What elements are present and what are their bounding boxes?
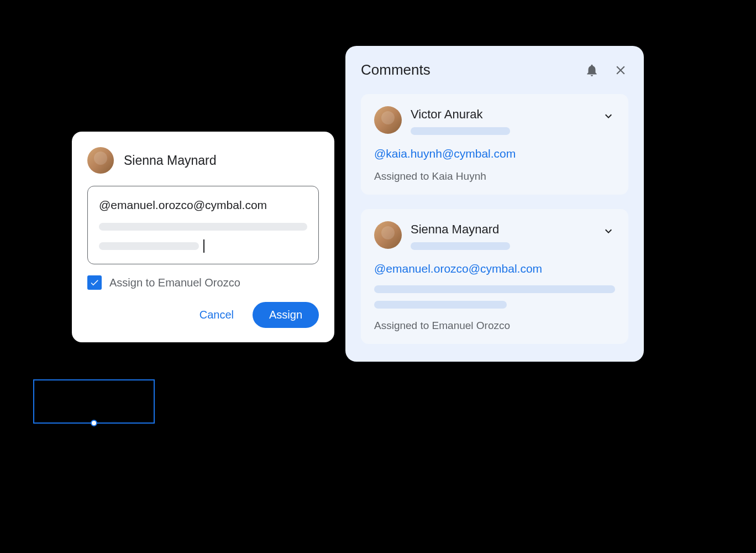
assign-checkbox-label: Assign to Emanuel Orozco [109,276,240,289]
check-icon [90,278,99,288]
assign-checkbox[interactable] [87,275,102,290]
comments-header: Comments [361,61,628,79]
placeholder-line [99,242,199,250]
compose-comment-card: Sienna Maynard @emanuel.orozco@cymbal.co… [72,132,334,342]
comments-panel: Comments Victor Anurak @kaia.huynh@cymba… [345,46,644,362]
compose-author-name: Sienna Maynard [124,153,217,168]
bell-icon [585,63,599,77]
placeholder-line [99,223,307,231]
mention-link[interactable]: @emanuel.orozco@cymbal.com [374,262,615,275]
placeholder-line [374,301,507,309]
expand-button[interactable] [602,109,615,123]
assign-button[interactable]: Assign [253,302,319,328]
expand-button[interactable] [602,225,615,238]
placeholder-line [411,127,510,135]
comments-title: Comments [361,61,571,79]
chevron-down-icon [602,225,615,238]
text-cursor [203,239,204,253]
comment-author-name: Victor Anurak [411,107,593,122]
comment-header: Victor Anurak [374,106,615,135]
comment-meta: Sienna Maynard [411,221,593,250]
placeholder-line [374,285,615,293]
mention-link[interactable]: @kaia.huynh@cymbal.com [374,147,615,160]
avatar [87,147,114,174]
notifications-button[interactable] [584,62,600,78]
chevron-down-icon [602,109,615,123]
close-button[interactable] [613,62,628,78]
avatar [374,106,402,134]
button-row: Cancel Assign [87,302,319,328]
comment-card[interactable]: Sienna Maynard @emanuel.orozco@cymbal.co… [361,209,628,344]
compose-header: Sienna Maynard [87,147,319,174]
close-icon [613,63,628,77]
placeholder-line [411,242,510,250]
comment-input[interactable]: @emanuel.orozco@cymbal.com [87,186,319,264]
cancel-button[interactable]: Cancel [193,304,240,326]
assign-checkbox-row[interactable]: Assign to Emanuel Orozco [87,275,319,290]
comment-card[interactable]: Victor Anurak @kaia.huynh@cymbal.com Ass… [361,94,628,195]
comment-meta: Victor Anurak [411,106,593,135]
comment-header: Sienna Maynard [374,221,615,250]
mention-text: @emanuel.orozco@cymbal.com [99,199,307,212]
comment-author-name: Sienna Maynard [411,222,593,237]
selection-rectangle [33,379,155,424]
assigned-to-text: Assigned to Kaia Huynh [374,170,615,182]
avatar [374,221,402,249]
selection-handle[interactable] [91,420,97,426]
assigned-to-text: Assigned to Emanuel Orozco [374,320,615,332]
